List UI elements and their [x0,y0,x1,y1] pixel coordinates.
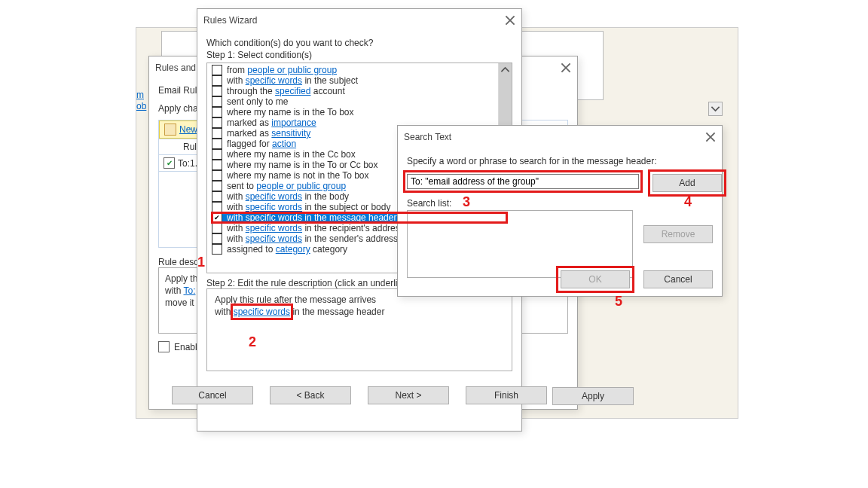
background-dropdown[interactable] [708,102,723,116]
step2-line2-pre: with [215,307,234,317]
ok-button[interactable]: OK [561,270,630,288]
condition-text: with specific words in the sender's addr… [227,233,398,244]
cancel-button[interactable]: Cancel [643,270,713,288]
condition-checkbox[interactable] [212,139,222,149]
condition-text: with specific words in the subject [227,75,358,86]
condition-link[interactable]: specific words [246,191,302,202]
background-link-2[interactable]: ob [136,101,146,111]
wizard-step2-box: Apply this rule after the message arrive… [206,288,512,371]
condition-checkbox[interactable] [212,212,222,223]
condition-checkbox[interactable] [212,149,222,160]
condition-link[interactable]: people or public group [256,181,346,191]
rule-desc-to-link[interactable]: To: [183,285,195,296]
condition-text: with specific words in the recipient's a… [227,223,405,233]
search-text-dialog: Search Text Specify a word or phrase to … [397,125,723,297]
condition-link[interactable]: specific words [246,202,302,212]
condition-checkbox[interactable] [212,191,222,202]
condition-checkbox[interactable] [212,160,222,170]
condition-text: where my name is in the To box [227,107,354,117]
search-list-label: Search list: [407,198,713,209]
condition-link[interactable]: specific words [246,223,302,233]
back-button[interactable]: < Back [270,386,351,404]
condition-item[interactable]: from people or public group [212,65,507,75]
search-text-title: Search Text [404,132,451,142]
rule-row-checkbox[interactable]: ✔ [164,157,175,169]
condition-text: marked as importance [227,117,316,128]
remove-button[interactable]: Remove [643,225,713,243]
apply-button[interactable]: Apply [552,387,634,405]
wizard-step1-label: Step 1: Select condition(s) [206,50,512,60]
enable-rules-checkbox[interactable] [158,341,170,352]
condition-text: marked as sensitivity [227,128,310,139]
wizard-question: Which condition(s) do you want to check? [206,38,512,48]
condition-text: through the specified account [227,86,345,96]
condition-item[interactable]: sent only to me [212,96,507,107]
step2-line2-post: in the message header [290,307,384,317]
condition-checkbox[interactable] [212,86,222,96]
condition-link[interactable]: specified [275,86,310,96]
condition-link[interactable]: importance [271,117,316,128]
specific-words-link[interactable]: specific words [234,307,290,317]
scroll-up-icon[interactable] [499,63,512,76]
condition-text: sent to people or public group [227,181,346,191]
rules-wizard-title: Rules Wizard [203,15,257,26]
condition-checkbox[interactable] [212,128,222,139]
condition-text: sent only to me [227,96,288,107]
condition-checkbox[interactable] [212,223,222,233]
background-link-1[interactable]: m [136,90,144,100]
condition-link[interactable]: sensitivity [271,128,310,139]
condition-text: flagged for action [227,139,296,149]
condition-text: where my name is in the To or Cc box [227,160,378,170]
condition-text: with specific words in the body [227,191,349,202]
condition-checkbox[interactable] [212,202,222,212]
close-icon[interactable] [505,15,515,26]
add-button[interactable]: Add [653,174,722,192]
condition-item[interactable]: where my name is in the To box [212,107,507,117]
search-text-input[interactable] [407,174,639,189]
new-rule-icon [164,124,176,136]
next-button[interactable]: Next > [368,386,449,404]
condition-checkbox[interactable] [212,181,222,191]
condition-text: with specific words in the message heade… [227,212,396,223]
condition-link[interactable]: category [276,244,310,255]
condition-checkbox[interactable] [212,96,222,107]
condition-text: from people or public group [227,65,337,75]
condition-checkbox[interactable] [212,107,222,117]
condition-checkbox[interactable] [212,75,222,86]
cancel-button[interactable]: Cancel [172,386,253,404]
condition-link[interactable]: specific words [246,75,302,86]
finish-button[interactable]: Finish [466,386,547,404]
condition-checkbox[interactable] [212,65,222,75]
condition-link[interactable]: specific words [246,233,302,244]
condition-checkbox[interactable] [212,233,222,244]
condition-link[interactable]: action [272,139,296,149]
close-icon[interactable] [561,63,571,73]
condition-link[interactable]: people or public group [247,65,337,75]
rule-desc-line2-pre: with [165,285,183,296]
condition-item[interactable]: through the specified account [212,86,507,96]
search-list-box[interactable] [407,210,633,278]
condition-text: where my name is not in the To box [227,170,369,181]
condition-text: with specific words in the subject or bo… [227,202,390,212]
condition-checkbox[interactable] [212,170,222,181]
condition-text: assigned to category category [227,244,347,255]
condition-item[interactable]: with specific words in the subject [212,75,507,86]
condition-checkbox[interactable] [212,117,222,128]
condition-checkbox[interactable] [212,244,222,255]
condition-text: where my name is in the Cc box [227,149,356,160]
close-icon[interactable] [705,132,716,142]
search-text-prompt: Specify a word or phrase to search for i… [407,156,713,166]
